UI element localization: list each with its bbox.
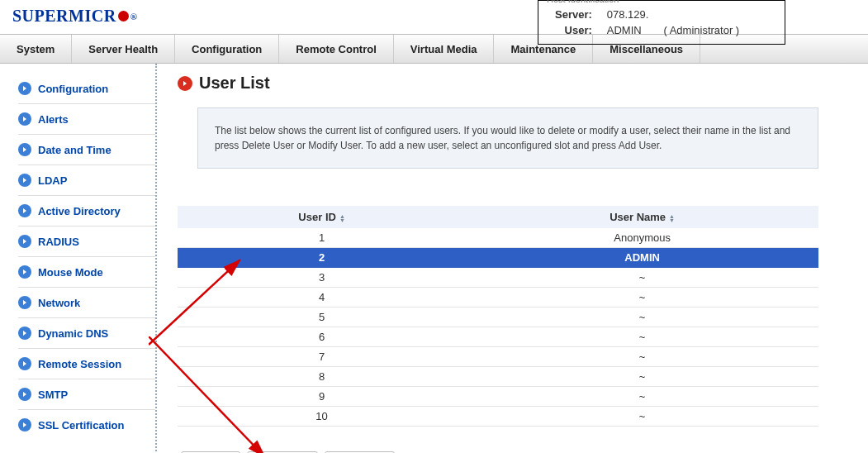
arrow-right-icon — [18, 174, 31, 187]
arrow-right-icon — [18, 112, 31, 126]
table-row[interactable]: 7~ — [178, 347, 818, 367]
sidebar-item-radius[interactable]: RADIUS — [18, 226, 155, 257]
cell-username: ~ — [466, 327, 818, 347]
cell-userid: 7 — [178, 347, 466, 367]
sidebar-item-alerts[interactable]: Alerts — [18, 104, 155, 135]
cell-userid: 10 — [178, 407, 466, 427]
arrow-right-icon — [18, 418, 31, 432]
title-bullet-icon — [178, 76, 192, 91]
table-row[interactable]: 3~ — [178, 268, 818, 288]
cell-userid: 6 — [178, 327, 466, 347]
cell-userid: 1 — [178, 228, 466, 248]
sidebar-item-label: Date and Time — [38, 144, 111, 156]
user-role: ( Administrator ) — [657, 23, 746, 37]
arrow-right-icon — [18, 82, 31, 95]
table-row[interactable]: 8~ — [178, 367, 818, 387]
sidebar-item-label: Alerts — [38, 113, 69, 126]
cell-username: ~ — [466, 308, 818, 327]
server-value: 078.129. — [600, 7, 656, 21]
sidebar-item-smtp[interactable]: SMTP — [18, 379, 155, 410]
sidebar-item-label: Mouse Mode — [38, 266, 103, 279]
cell-userid: 5 — [178, 308, 466, 327]
sidebar-item-label: Configuration — [38, 83, 108, 95]
menu-virtual-media[interactable]: Virtual Media — [394, 35, 495, 63]
sidebar-item-dynamic-dns[interactable]: Dynamic DNS — [18, 318, 155, 349]
user-table: User ID▲▼ User Name▲▼ 1Anonymous2ADMIN3~… — [178, 206, 818, 427]
sidebar-item-network[interactable]: Network — [18, 288, 155, 318]
hostid-legend: Host Identification — [547, 0, 776, 4]
sidebar-item-label: Remote Session — [38, 358, 121, 370]
user-label: User: — [548, 23, 599, 37]
cell-username: ~ — [466, 268, 818, 288]
arrow-right-icon — [18, 204, 31, 217]
sidebar-item-ssl-certification[interactable]: SSL Certification — [18, 410, 155, 440]
cell-userid: 4 — [178, 288, 466, 308]
menu-remote-control[interactable]: Remote Control — [279, 35, 394, 63]
sidebar-item-label: LDAP — [38, 174, 67, 187]
header: SUPERMICR ® Host Identification Server: … — [0, 0, 868, 34]
sidebar-item-label: Dynamic DNS — [38, 327, 108, 340]
arrow-right-icon — [18, 357, 31, 370]
cell-userid: 3 — [178, 268, 466, 288]
cell-username: ~ — [466, 347, 818, 367]
sidebar: Configuration Alerts Date and Time LDAP … — [0, 64, 157, 453]
arrow-right-icon — [18, 296, 31, 309]
menu-server-health[interactable]: Server Health — [72, 35, 175, 63]
cell-userid: 2 — [178, 248, 466, 268]
sidebar-item-active-directory[interactable]: Active Directory — [18, 196, 155, 226]
cell-username: ADMIN — [466, 248, 818, 268]
table-row[interactable]: 6~ — [178, 327, 818, 347]
main-content: User List The list below shows the curre… — [157, 64, 868, 453]
sort-icon: ▲▼ — [339, 214, 345, 222]
arrow-right-icon — [18, 143, 31, 156]
table-row[interactable]: 1Anonymous — [178, 228, 818, 248]
column-header-userid[interactable]: User ID▲▼ — [178, 206, 466, 228]
sidebar-item-label: RADIUS — [38, 236, 79, 248]
arrow-right-icon — [18, 327, 31, 340]
server-label: Server: — [548, 7, 599, 21]
logo-dot-icon — [118, 11, 129, 21]
sidebar-item-mouse-mode[interactable]: Mouse Mode — [18, 257, 155, 288]
cell-username: ~ — [466, 367, 818, 387]
logo-text: SUPERMICR — [12, 7, 116, 26]
cell-userid: 8 — [178, 367, 466, 387]
cell-userid: 9 — [178, 387, 466, 407]
sidebar-item-date-time[interactable]: Date and Time — [18, 135, 155, 165]
table-row[interactable]: 4~ — [178, 288, 818, 308]
table-row[interactable]: 2ADMIN — [178, 248, 818, 268]
user-value: ADMIN — [600, 23, 656, 37]
sidebar-item-configuration[interactable]: Configuration — [18, 74, 155, 104]
info-box: The list below shows the current list of… — [197, 107, 818, 169]
cell-username: ~ — [466, 387, 818, 407]
sidebar-item-label: Active Directory — [38, 205, 121, 217]
menu-configuration[interactable]: Configuration — [175, 35, 279, 63]
column-header-username[interactable]: User Name▲▼ — [466, 206, 818, 228]
table-row[interactable]: 9~ — [178, 387, 818, 407]
table-row[interactable]: 10~ — [178, 407, 818, 427]
sidebar-item-label: SSL Certification — [38, 419, 125, 432]
arrow-right-icon — [18, 265, 31, 279]
sort-icon: ▲▼ — [669, 214, 675, 222]
cell-username: ~ — [466, 288, 818, 308]
sidebar-item-ldap[interactable]: LDAP — [18, 165, 155, 196]
sidebar-item-remote-session[interactable]: Remote Session — [18, 349, 155, 379]
menu-system[interactable]: System — [0, 35, 72, 63]
page-title-row: User List — [178, 74, 818, 93]
arrow-right-icon — [18, 235, 31, 248]
sidebar-item-label: SMTP — [38, 389, 68, 401]
cell-username: ~ — [466, 407, 818, 427]
table-row[interactable]: 5~ — [178, 308, 818, 327]
page-title: User List — [199, 74, 270, 93]
cell-username: Anonymous — [466, 228, 818, 248]
sidebar-item-label: Network — [38, 297, 80, 309]
host-identification-box: Host Identification Server: 078.129. Use… — [538, 0, 785, 45]
arrow-right-icon — [18, 388, 31, 401]
